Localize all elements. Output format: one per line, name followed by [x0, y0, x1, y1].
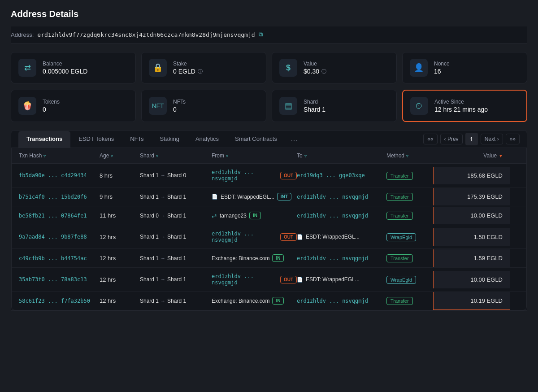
txn-hash-7[interactable]: 58c61f23 ... f7fa32b50 [19, 298, 100, 304]
copy-icon[interactable]: ⧉ [259, 31, 263, 38]
value-info-icon[interactable]: ⓘ [321, 68, 326, 75]
th-value-filter[interactable]: ▼ [499, 153, 503, 158]
shard-arrow-2: → [161, 194, 165, 200]
direction-badge-5: IN [272, 254, 284, 262]
table-row: b751c4f0 ... 15bd20f6 9 hrs Shard 1 → Sh… [12, 187, 526, 206]
th-to-filter[interactable]: ▿ [304, 153, 307, 158]
shard-3: Shard 0 → Shard 1 [140, 213, 212, 219]
to-6: 📄 ESDT: WrappedEGL... [297, 276, 386, 283]
pagination: «« ‹ Prev 1 Next › »» [423, 133, 520, 145]
shard-6: Shard 1 → Shard 1 [140, 276, 212, 283]
nfts-value: 0 [173, 106, 186, 113]
prev-page-button[interactable]: ‹ Prev [440, 134, 463, 144]
next-page-button[interactable]: Next › [481, 134, 503, 144]
method-badge-6: WrapEgld [386, 276, 416, 284]
nfts-info: NFTs 0 [173, 99, 186, 113]
from-3: ⇄ tamango23 IN [212, 212, 297, 219]
txn-hash-6[interactable]: 35ab73f0 ... 78a83c13 [19, 276, 100, 283]
tabs-left: Transactions ESDT Tokens NFTs Staking An… [18, 131, 303, 148]
from-addr-6[interactable]: erd1zhldv ... nsvqgmjd [212, 273, 278, 286]
age-6: 12 hrs [100, 276, 140, 283]
method-5: Transfer [386, 255, 440, 261]
tab-nfts[interactable]: NFTs [122, 131, 152, 148]
age-3: 11 hrs [100, 212, 140, 219]
shard-arrow-1: → [161, 173, 165, 178]
shard-2: Shard 1 → Shard 1 [140, 194, 212, 200]
stat-value: $ Value $0.30 ⓘ [272, 52, 397, 83]
method-4: WrapEgld [386, 234, 440, 240]
transactions-table: Txn Hash ▿ Age ▿ Shard ▿ From ▿ To ▿ [11, 148, 527, 310]
tab-smart-contracts[interactable]: Smart Contracts [227, 131, 285, 148]
table-row: c49cfb9b ... b44754ac 12 hrs Shard 1 → S… [12, 249, 526, 268]
shard-arrow-7: → [161, 298, 165, 304]
value-label: Value [304, 61, 326, 67]
direction-badge-7: IN [272, 297, 284, 305]
last-page-button[interactable]: »» [506, 134, 520, 144]
to-7: erd1zhldv ... nsvqgmjd [297, 298, 386, 304]
txn-hash-5[interactable]: c49cfb9b ... b44754ac [19, 255, 100, 261]
shard-from-1: Shard 1 [140, 172, 159, 179]
direction-badge-4: OUT [280, 233, 297, 241]
to-label-6: ESDT: WrappedEGL... [306, 276, 360, 283]
value-1: 185.68 EGLD [433, 167, 510, 184]
tabs-inner: Transactions ESDT Tokens NFTs Staking An… [11, 131, 527, 148]
shard-7: Shard 1 → Shard 1 [140, 298, 212, 304]
method-badge-2: Transfer [386, 193, 413, 201]
to-addr-1[interactable]: erd19dq3 ... gqe03xqe [297, 172, 365, 179]
to-addr-5[interactable]: erd1zhldv ... nsvqgmjd [297, 255, 368, 261]
method-1: Transfer [386, 172, 440, 179]
tab-esdt-tokens[interactable]: ESDT Tokens [70, 131, 122, 148]
tab-analytics[interactable]: Analytics [187, 131, 227, 148]
tab-more[interactable]: … [285, 131, 303, 148]
from-label-7: Exchange: Binance.com [212, 298, 269, 304]
txn-hash-2[interactable]: b751c4f0 ... 15bd20f6 [19, 194, 100, 200]
nonce-icon: 👤 [410, 59, 428, 77]
table-header: Txn Hash ▿ Age ▿ Shard ▿ From ▿ To ▿ [12, 148, 526, 164]
tab-staking[interactable]: Staking [152, 131, 187, 148]
txn-hash-4[interactable]: 9a7aad84 ... 9b87fe88 [19, 234, 100, 240]
th-from-filter[interactable]: ▿ [226, 153, 228, 158]
method-badge-4: WrapEgld [386, 233, 416, 241]
from-addr-1[interactable]: erd1zhldv ... nsvqgmjd [212, 169, 278, 182]
shard-arrow-5: → [161, 256, 165, 261]
th-txn-hash: Txn Hash ▿ [19, 152, 100, 159]
value-4: 1.50 EGLD [433, 228, 510, 246]
to-2: erd1zhldv ... nsvqgmjd [297, 194, 386, 200]
stat-nonce: 👤 Nonce 16 [402, 52, 527, 83]
to-label-4: ESDT: WrappedEGL... [306, 234, 360, 240]
th-value-label: Value [483, 152, 497, 159]
first-page-button[interactable]: «« [423, 134, 437, 144]
to-addr-2[interactable]: erd1zhldv ... nsvqgmjd [297, 194, 368, 200]
txn-hash-3[interactable]: be58fb21 ... 07864fe1 [19, 213, 100, 219]
from-addr-4[interactable]: erd1zhldv ... nsvqgmjd [212, 231, 278, 243]
balance-icon: ⇄ [18, 59, 36, 77]
direction-badge-6: OUT [280, 276, 297, 283]
shard-from-4: Shard 1 [140, 234, 159, 240]
stat-balance: ⇄ Balance 0.005000 EGLD [11, 52, 136, 83]
to-1: erd19dq3 ... gqe03xqe [297, 172, 386, 179]
shard-1: Shard 1 → Shard 0 [140, 172, 212, 179]
to-addr-7[interactable]: erd1zhldv ... nsvqgmjd [297, 298, 368, 304]
active-since-label: Active Since [434, 99, 488, 105]
stake-info-icon[interactable]: ⓘ [198, 68, 203, 75]
shard-to-4: Shard 1 [167, 234, 186, 240]
to-3: erd1zhldv ... nsvqgmjd [297, 213, 386, 219]
method-badge-7: Transfer [386, 297, 413, 305]
shard-to-7: Shard 1 [167, 298, 186, 304]
th-method-label: Method [386, 152, 404, 159]
file-icon-6: 📄 [297, 277, 303, 283]
txn-hash-1[interactable]: fb5da90e ... c4d29434 [19, 172, 100, 179]
th-shard-filter[interactable]: ▿ [156, 153, 158, 158]
th-method-filter[interactable]: ▿ [406, 153, 408, 158]
tab-transactions[interactable]: Transactions [18, 131, 70, 148]
to-addr-3[interactable]: erd1zhldv ... nsvqgmjd [297, 213, 368, 219]
th-txn-hash-filter[interactable]: ▿ [43, 153, 46, 158]
shard-arrow-4: → [161, 234, 165, 240]
shard-5: Shard 1 → Shard 1 [140, 255, 212, 261]
th-age-filter[interactable]: ▿ [111, 153, 113, 158]
age-2: 9 hrs [100, 193, 140, 200]
from-1: erd1zhldv ... nsvqgmjd OUT [212, 169, 297, 182]
active-since-value: 12 hrs 21 mins ago [434, 106, 488, 113]
file-icon-4: 📄 [297, 234, 303, 240]
active-since-icon: ⏲ [410, 97, 428, 115]
